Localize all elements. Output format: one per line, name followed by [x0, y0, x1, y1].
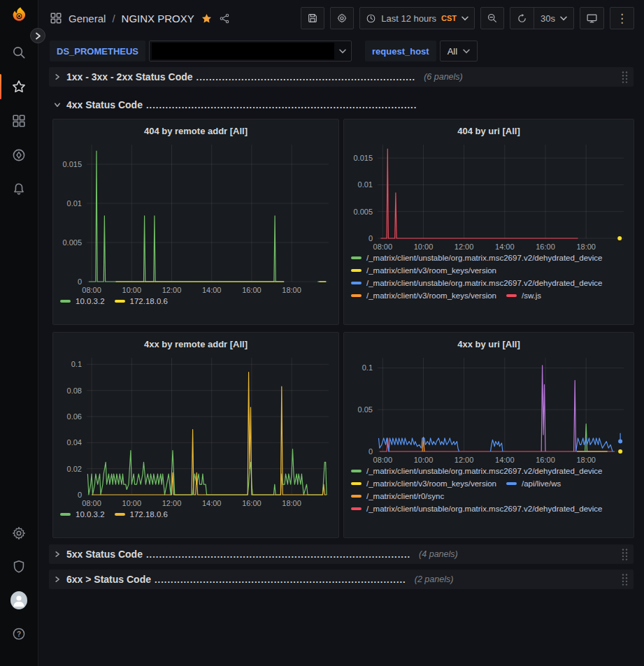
apps-grid-icon[interactable] [50, 12, 62, 24]
chart-area: 08:0010:0012:0014:0016:0018:0000.0050.01… [350, 140, 628, 251]
legend-item[interactable]: /_matrix/client/r0/sync [351, 492, 444, 500]
legend-item[interactable]: 172.18.0.6 [115, 510, 168, 519]
row-drag-handle[interactable] [621, 573, 629, 586]
grafana-logo[interactable] [8, 6, 29, 27]
legend-series-color [60, 513, 71, 516]
row-drag-handle[interactable] [621, 71, 629, 84]
svg-text:18:00: 18:00 [576, 456, 596, 464]
dashboard-content: 1xx - 3xx - 2xx Status Code ............… [38, 66, 644, 666]
row-title: 6xx > Status Code [66, 574, 151, 585]
row-title-dots: ........................................… [146, 100, 417, 110]
legend-series-color [60, 300, 71, 303]
variable-label-request-host[interactable]: request_host [365, 41, 436, 61]
legend-series-label: 10.0.3.2 [76, 510, 105, 519]
search-icon[interactable] [10, 44, 27, 61]
legend-item[interactable]: 10.0.3.2 [60, 297, 105, 305]
row-header-4xx[interactable]: 4xx Status Code ........................… [49, 96, 634, 114]
legend-item[interactable]: /api/live/ws [506, 479, 561, 488]
legend-series-label: /_matrix/client/v3/room_keys/version [366, 291, 496, 300]
panel-legend: 10.0.3.2172.18.0.6 [59, 510, 333, 519]
row-drag-handle[interactable] [621, 548, 629, 561]
legend-series-color [351, 470, 362, 472]
svg-text:0.1: 0.1 [362, 363, 373, 372]
svg-text:0: 0 [368, 447, 373, 456]
time-range-picker[interactable]: Last 12 hours CST [359, 7, 475, 29]
help-icon[interactable]: ? [10, 625, 27, 642]
panel-title[interactable]: 4xx by uri [All] [350, 337, 628, 354]
svg-text:0.015: 0.015 [62, 160, 82, 168]
chart-area: 08:0010:0012:0014:0016:0018:0000.0050.01… [59, 140, 333, 294]
refresh-button[interactable] [510, 8, 534, 29]
timezone-label: CST [441, 14, 457, 22]
legend-series-label: /_matrix/client/unstable/org.matrix.msc2… [366, 279, 603, 287]
legend-item[interactable]: 10.0.3.2 [60, 510, 105, 519]
panel: 404 by remote addr [All]08:0010:0012:001… [52, 119, 339, 325]
legend-item[interactable]: 172.18.0.6 [115, 297, 168, 305]
panel: 4xx by remote addr [All]08:0010:0012:001… [52, 332, 339, 538]
kebab-menu-button[interactable]: ⋮ [610, 7, 634, 29]
svg-text:0.06: 0.06 [67, 412, 82, 421]
breadcrumb-folder[interactable]: General [69, 13, 106, 24]
chevron-right-icon [54, 551, 64, 558]
chart-area: 08:0010:0012:0014:0016:0018:0000.020.040… [59, 354, 333, 507]
panel-title[interactable]: 4xx by remote addr [All] [59, 337, 333, 354]
legend-item[interactable]: /_matrix/client/unstable/org.matrix.msc2… [351, 279, 603, 287]
legend-item[interactable]: /_matrix/client/v3/room_keys/version [351, 291, 496, 300]
breadcrumb-separator: / [112, 13, 115, 24]
svg-text:0.005: 0.005 [62, 238, 82, 247]
favorite-star-icon[interactable] [201, 13, 213, 24]
legend-item[interactable]: /_matrix/client/v3/room_keys/version [351, 266, 496, 275]
user-avatar[interactable] [10, 592, 27, 609]
legend-series-label: /_matrix/client/unstable/org.matrix.msc2… [366, 254, 603, 262]
legend-item[interactable]: /_matrix/client/unstable/org.matrix.msc2… [351, 467, 603, 475]
svg-text:08:00: 08:00 [373, 242, 393, 251]
svg-text:0.08: 0.08 [67, 386, 82, 395]
svg-text:12:00: 12:00 [162, 286, 182, 294]
panel-title[interactable]: 404 by remote addr [All] [59, 124, 333, 140]
request-host-select[interactable]: All [440, 41, 478, 61]
save-dashboard-button[interactable] [301, 7, 324, 29]
sidebar-item-dashboards[interactable] [10, 113, 27, 129]
legend-item[interactable]: /sw.js [506, 291, 541, 300]
svg-text:14:00: 14:00 [495, 456, 515, 464]
variable-label-ds-prometheus[interactable]: DS_PROMETHEUS [50, 41, 145, 61]
svg-text:08:00: 08:00 [82, 499, 101, 507]
row-header-5xx[interactable]: 5xx Status Code ........................… [49, 544, 634, 564]
row-title-dots: ........................................… [196, 72, 416, 82]
legend-item[interactable]: /_matrix/client/unstable/org.matrix.msc2… [351, 505, 603, 513]
svg-text:10:00: 10:00 [414, 456, 434, 464]
sidebar-item-explore[interactable] [10, 147, 27, 164]
sidebar-item-alerting[interactable] [10, 181, 27, 198]
server-admin-shield-icon[interactable] [10, 558, 27, 575]
panel-legend: /_matrix/client/unstable/org.matrix.msc2… [350, 254, 628, 318]
sidebar-expand-button[interactable] [30, 28, 45, 43]
chevron-down-icon [334, 49, 351, 54]
cycle-view-mode-button[interactable] [580, 7, 604, 29]
refresh-interval-dropdown[interactable]: 30s [534, 8, 573, 29]
legend-series-label: /_matrix/client/unstable/org.matrix.msc2… [366, 505, 603, 513]
configuration-gear-icon[interactable] [10, 525, 27, 542]
svg-text:18:00: 18:00 [282, 286, 301, 294]
dashboard-settings-button[interactable] [330, 7, 354, 29]
legend-item[interactable]: /_matrix/client/unstable/org.matrix.msc2… [351, 254, 603, 262]
zoom-out-button[interactable] [480, 7, 504, 29]
svg-text:18:00: 18:00 [282, 499, 301, 507]
row-header-6xx[interactable]: 6xx > Status Code ......................… [49, 570, 634, 589]
share-icon[interactable] [219, 13, 231, 24]
svg-text:0: 0 [368, 234, 373, 242]
row-title: 1xx - 3xx - 2xx Status Code [66, 71, 193, 82]
legend-item[interactable]: /_matrix/client/v3/room_keys/version [351, 479, 496, 488]
svg-text:10:00: 10:00 [122, 499, 142, 507]
request-host-value: All [448, 46, 457, 57]
breadcrumb-dashboard-title[interactable]: NGINX PROXY [122, 13, 194, 24]
breadcrumb: General / NGINX PROXY [50, 12, 231, 24]
refresh-button-group: 30s [510, 7, 574, 29]
svg-text:16:00: 16:00 [242, 499, 262, 507]
sidebar-item-starred[interactable] [10, 78, 27, 95]
panel-title[interactable]: 404 by uri [All] [350, 124, 628, 140]
svg-text:10:00: 10:00 [414, 242, 434, 251]
chart-canvas: 08:0010:0012:0014:0016:0018:0000.020.040… [59, 354, 333, 507]
row-title: 5xx Status Code [66, 549, 143, 560]
datasource-select[interactable] [149, 41, 352, 61]
row-header-1xx-3xx-2xx[interactable]: 1xx - 3xx - 2xx Status Code ............… [49, 67, 634, 87]
